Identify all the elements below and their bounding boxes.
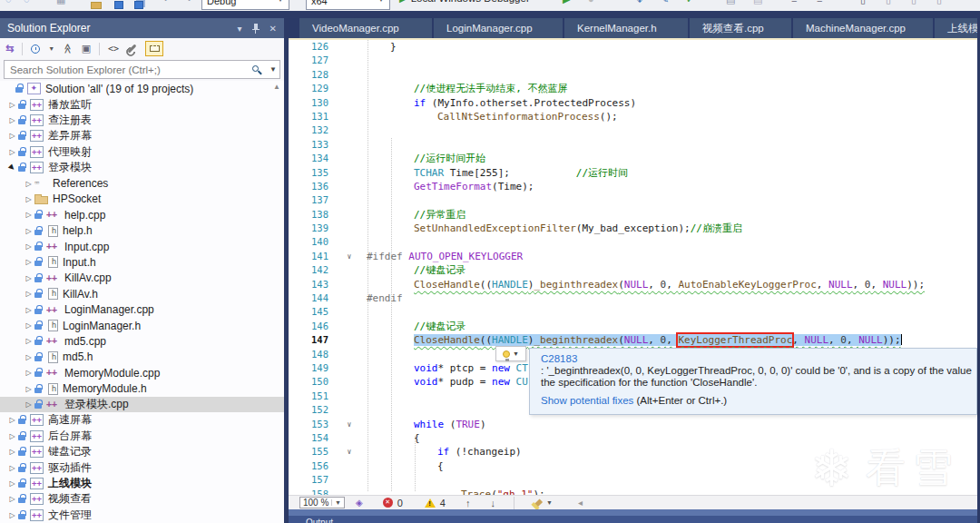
expand-arrow-icon[interactable]: ▷	[6, 432, 18, 440]
line-number[interactable]: 145	[289, 305, 339, 319]
code-line-145[interactable]: 145	[289, 305, 977, 319]
code-line-127[interactable]: 127	[289, 54, 977, 67]
show-potential-fixes-link[interactable]: Show potential fixes	[541, 395, 633, 406]
search-icon[interactable]	[252, 65, 259, 72]
bookmark-icon[interactable]: ▯	[860, 0, 866, 5]
line-number[interactable]: 137	[289, 193, 339, 207]
chevron-down-icon[interactable]: ▼	[48, 45, 54, 52]
code-line-126[interactable]: 126}	[289, 40, 977, 54]
expand-arrow-icon[interactable]: ▷	[6, 448, 18, 456]
expand-arrow-icon[interactable]: ▷	[23, 180, 34, 188]
tree-item-md5.h[interactable]: ▷md5.h	[0, 350, 284, 365]
expand-arrow-icon[interactable]: ▷	[6, 148, 18, 156]
switch-views-icon[interactable]: ⇆	[5, 43, 14, 54]
tree-item-LoginManager.h[interactable]: ▷LoginManager.h	[0, 318, 284, 333]
bookmark-icon[interactable]: ▯	[886, 0, 891, 5]
pin-icon[interactable]	[251, 24, 260, 34]
open-folder-icon[interactable]	[91, 2, 102, 9]
find-icon[interactable]: ❖	[635, 0, 644, 5]
warning-icon[interactable]	[425, 498, 436, 508]
line-number[interactable]: 129	[289, 82, 339, 95]
tree-item-差异屏幕[interactable]: ▷差异屏幕	[0, 128, 284, 143]
code-line-144[interactable]: 144#endif	[289, 291, 977, 305]
tree-item-KillAv.h[interactable]: ▷KillAv.h	[0, 286, 284, 301]
save-icon[interactable]	[114, 1, 123, 9]
code-line-134[interactable]: 134//运行时间开始	[289, 152, 977, 165]
prev-issue-icon[interactable]: ↑	[466, 498, 471, 508]
tree-item-Solution 'all' (19 of 19 projects)[interactable]: Solution 'all' (19 of 19 projects)	[0, 81, 284, 96]
code-line-139[interactable]: 139SetUnhandledExceptionFilter(My_bad_ex…	[289, 222, 977, 235]
code-line-153[interactable]: 153∨while (TRUE)	[289, 418, 977, 431]
line-number[interactable]: 135	[289, 166, 339, 180]
error-icon[interactable]	[383, 498, 393, 508]
properties-icon[interactable]: ▣	[82, 43, 91, 54]
preview-selected-items-toggle[interactable]	[145, 41, 163, 56]
zoom-dropdown[interactable]: 100 % ▼	[299, 497, 345, 508]
check-icon[interactable]: ✓	[686, 0, 694, 5]
line-number[interactable]: 156	[289, 459, 339, 473]
tab-VideoManager.cpp[interactable]: VideoManager.cpp	[299, 18, 434, 38]
line-number[interactable]: 131	[289, 110, 339, 123]
start-icon[interactable]: ▶	[563, 0, 570, 5]
quick-actions-lightbulb[interactable]: ▼	[495, 346, 526, 361]
fold-chevron-icon[interactable]: ∨	[339, 418, 359, 431]
code-line-142[interactable]: 142//键盘记录	[289, 263, 977, 277]
line-number[interactable]: 133	[289, 138, 339, 152]
chevron-down-icon[interactable]: ▼	[964, 0, 971, 2]
expand-arrow-icon[interactable]: ▷	[23, 258, 34, 266]
tree-item-Input.cpp[interactable]: ▷Input.cpp	[0, 239, 284, 254]
expand-arrow-icon[interactable]: ▷	[23, 290, 34, 298]
expand-arrow-icon[interactable]: ▷	[6, 416, 18, 424]
pause-icon[interactable]: ●	[588, 0, 594, 5]
line-number[interactable]: 150	[289, 375, 339, 389]
line-number[interactable]: 138	[289, 208, 339, 222]
next-issue-icon[interactable]: ↓	[490, 498, 495, 508]
attach2-icon[interactable]: ▤	[753, 0, 762, 5]
code-line-147[interactable]: 147CloseHandle((HANDLE)_beginthreadex(NU…	[289, 333, 977, 347]
tree-item-KillAv.cpp[interactable]: ▷KillAv.cpp	[0, 271, 284, 286]
line-number[interactable]: 155	[289, 445, 339, 459]
tab-视频查看.cpp[interactable]: 视频查看.cpp	[690, 18, 793, 38]
code-line-137[interactable]: 137	[289, 193, 977, 207]
error-count[interactable]: 0	[397, 498, 403, 508]
tree-item-查注册表[interactable]: ▷查注册表	[0, 113, 284, 128]
code-line-143[interactable]: 143CloseHandle((HANDLE)_beginthreadex(NU…	[289, 278, 977, 291]
code-line-146[interactable]: 146//键盘记录	[289, 320, 977, 333]
fold-chevron-icon[interactable]: ∨	[339, 445, 359, 459]
tree-item-MemoryModule.cpp[interactable]: ▷MemoryModule.cpp	[0, 365, 284, 380]
tree-item-References[interactable]: ▷References	[0, 175, 284, 191]
toolbar-icon[interactable]: ◌	[5, 0, 12, 5]
undo-icon[interactable]: ↶	[163, 0, 172, 5]
expand-arrow-icon[interactable]: ▷	[23, 385, 34, 393]
line-number[interactable]: 142	[289, 263, 339, 277]
save-all-icon[interactable]	[134, 1, 143, 9]
expand-arrow-icon[interactable]: ▷	[23, 211, 34, 219]
tree-item-Input.h[interactable]: ▷Input.h	[0, 254, 284, 270]
line-number[interactable]: 157	[289, 473, 339, 487]
scroll-left-icon[interactable]: ◂	[578, 498, 583, 508]
code-line-130[interactable]: 130if (MyInfo.otherset.ProtectedProcess)	[289, 96, 977, 110]
line-number[interactable]: 153	[289, 418, 339, 431]
expand-arrow-icon[interactable]: ▷	[23, 227, 34, 235]
line-number[interactable]: 140	[289, 235, 339, 249]
expand-arrow-icon[interactable]: ▷	[23, 306, 34, 314]
expand-arrow-icon[interactable]: ▷	[6, 479, 18, 488]
tree-item-视频查看[interactable]: ▷视频查看	[0, 491, 284, 507]
code-line-135[interactable]: 135TCHAR Time[255]; //运行时间	[289, 166, 977, 180]
code-line-131[interactable]: 131CallNtSetinformationProcess();	[289, 110, 977, 123]
line-number[interactable]: 128	[289, 68, 339, 82]
toolbar-icon[interactable]: ◌	[24, 0, 30, 5]
expand-arrow-icon[interactable]: ▷	[23, 400, 34, 409]
start-debugging-button[interactable]: ▶Local Windows Debugger	[399, 0, 530, 4]
tree-item-登录模块.cpp[interactable]: ▷登录模块.cpp	[0, 397, 284, 412]
code-line-129[interactable]: 129//使进程无法手动结束, 不然蓝屏	[289, 82, 977, 95]
line-number[interactable]: 158	[289, 488, 339, 496]
health-indicator-icon[interactable]: ◈	[356, 498, 363, 508]
line-number[interactable]: 130	[289, 96, 339, 110]
chevron-down-icon[interactable]: ▼	[546, 499, 553, 506]
expand-arrow-icon[interactable]: ▷	[6, 101, 18, 109]
line-number[interactable]: 139	[289, 222, 339, 235]
solution-configurations-dropdown[interactable]: Debug ▼	[201, 0, 289, 10]
attach-icon[interactable]: ▤	[726, 0, 735, 5]
search-input[interactable]	[4, 60, 280, 79]
